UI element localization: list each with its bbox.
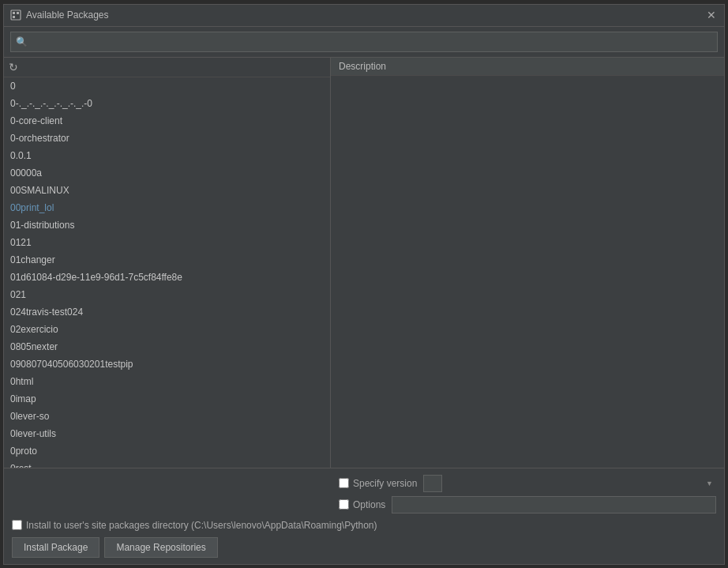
close-button[interactable]: ✕	[705, 9, 718, 21]
package-list-panel: ↻ 00-._.-._.-._.-._.-._.-00-core-client0…	[4, 58, 331, 468]
svg-rect-3	[13, 16, 15, 18]
list-item[interactable]: 00print_lol	[4, 199, 330, 216]
bottom-controls: Specify version Options	[4, 468, 724, 564]
search-wrapper: 🔍	[10, 32, 718, 52]
specify-version-label[interactable]: Specify version	[339, 478, 417, 489]
install-directory-row: Install to user's site packages director…	[12, 520, 716, 531]
titlebar-left: Available Packages	[10, 9, 109, 21]
refresh-icon[interactable]: ↻	[9, 61, 18, 73]
list-item[interactable]: 0imap	[4, 390, 330, 408]
list-item[interactable]: 01d61084-d29e-11e9-96d1-7c5cf84ffe8e	[4, 269, 330, 286]
search-bar: 🔍	[4, 27, 724, 58]
refresh-bar: ↻	[4, 58, 330, 77]
available-packages-window: Available Packages ✕ 🔍 ↻ 00-._.-._.-._.-…	[3, 4, 725, 565]
list-item[interactable]: 01changer	[4, 251, 330, 269]
search-input[interactable]	[31, 36, 712, 47]
list-item[interactable]: 0lever-so	[4, 408, 330, 425]
svg-rect-1	[13, 12, 15, 14]
specify-version-row: Specify version	[339, 475, 716, 492]
install-directory-label: Install to user's site packages director…	[26, 520, 377, 531]
titlebar: Available Packages ✕	[4, 5, 724, 27]
svg-rect-0	[11, 10, 21, 20]
options-label[interactable]: Options	[339, 499, 385, 510]
main-content: ↻ 00-._.-._.-._.-._.-._.-00-core-client0…	[4, 58, 724, 468]
options-checkbox[interactable]	[339, 499, 349, 510]
list-item[interactable]: 00SMALINUX	[4, 182, 330, 199]
specify-version-checkbox[interactable]	[339, 478, 349, 488]
version-select[interactable]	[423, 475, 442, 492]
list-item[interactable]: 024travis-test024	[4, 303, 330, 321]
action-buttons: Install Package Manage Repositories	[12, 537, 716, 558]
list-item[interactable]: 0.0.1	[4, 147, 330, 164]
list-item[interactable]: 0	[4, 77, 330, 95]
window-title: Available Packages	[26, 9, 109, 21]
right-controls: Specify version Options	[339, 475, 716, 513]
list-item[interactable]: 0805nexter	[4, 338, 330, 355]
install-directory-checkbox[interactable]	[12, 520, 22, 530]
list-item[interactable]: 0-orchestrator	[4, 130, 330, 147]
list-item[interactable]: 00000a	[4, 164, 330, 182]
options-input[interactable]	[392, 496, 716, 513]
manage-repositories-button[interactable]: Manage Repositories	[104, 537, 217, 558]
options-row: Options	[339, 496, 716, 513]
split-bottom-area: Specify version Options	[12, 475, 716, 513]
search-icon: 🔍	[16, 36, 28, 47]
description-header: Description	[331, 58, 724, 76]
list-item[interactable]: 0rest	[4, 460, 330, 468]
window-icon	[10, 9, 21, 21]
description-panel: Description	[331, 58, 724, 468]
svg-rect-2	[17, 12, 19, 14]
package-list: 00-._.-._.-._.-._.-._.-00-core-client0-o…	[4, 77, 330, 468]
list-item[interactable]: 021	[4, 286, 330, 303]
list-item[interactable]: 090807040506030201testpip	[4, 355, 330, 373]
list-item[interactable]: 02exercicio	[4, 321, 330, 338]
list-item[interactable]: 0html	[4, 373, 330, 390]
list-item[interactable]: 01-distributions	[4, 216, 330, 234]
list-item[interactable]: 0-._.-._.-._.-._.-._.-0	[4, 95, 330, 112]
list-item[interactable]: 0proto	[4, 442, 330, 460]
install-package-button[interactable]: Install Package	[12, 537, 99, 558]
description-body	[331, 76, 724, 468]
list-item[interactable]: 0lever-utils	[4, 425, 330, 442]
list-item[interactable]: 0121	[4, 234, 330, 251]
list-item[interactable]: 0-core-client	[4, 112, 330, 130]
version-select-wrapper	[423, 475, 716, 492]
